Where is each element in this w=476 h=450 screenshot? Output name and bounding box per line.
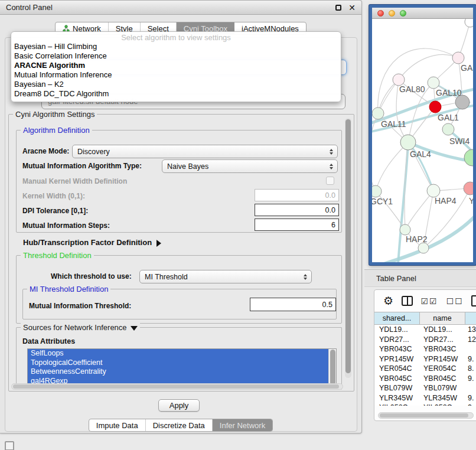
network-view-window[interactable]: GAL7GAL80GAL10GAL1GAL11SWI4GAL4GCY1HAP4Y…: [369, 5, 476, 265]
column-header-shared-name[interactable]: shared...: [374, 312, 420, 324]
network-edge: [372, 80, 399, 191]
settings-horizontal-scrollbar[interactable]: [11, 383, 343, 390]
table-cell: YBL079W: [420, 383, 465, 393]
kernel-width-input[interactable]: 0.0: [255, 189, 339, 201]
close-icon[interactable]: ✕: [348, 5, 356, 11]
aracne-mode-label: Aracne Mode:: [22, 147, 69, 155]
zoom-traffic-light[interactable]: [400, 10, 406, 17]
network-node[interactable]: [372, 107, 384, 119]
mi-type-select[interactable]: Naive Bayes: [162, 159, 338, 173]
minimize-traffic-light[interactable]: [389, 10, 395, 17]
tab-impute-data[interactable]: Impute Data: [89, 419, 146, 431]
network-node[interactable]: [400, 135, 416, 150]
kernel-width-label: Kernel Width (0,1):: [22, 192, 85, 200]
table-cell: [465, 344, 476, 354]
apply-button[interactable]: Apply: [158, 399, 200, 412]
tab-infer-network[interactable]: Infer Network: [213, 419, 272, 431]
table-row[interactable]: YIL052CYIL052C9.: [374, 403, 476, 406]
group-title: Algorithm Definition: [21, 126, 92, 135]
network-node-label-gal80: GAL80: [399, 84, 425, 94]
data-attribute-option-topologicalcoefficient[interactable]: TopologicalCoefficient: [28, 358, 328, 368]
manual-kernel-checkbox[interactable]: [326, 177, 334, 185]
network-node-label-gal10: GAL10: [436, 88, 462, 97]
table-horizontal-scrollbar[interactable]: [378, 412, 474, 419]
algorithm-option-bayesian-k2[interactable]: Bayesian – K2: [11, 80, 341, 89]
sources-title: Sources for Network Inference: [23, 323, 127, 332]
network-canvas[interactable]: GAL7GAL80GAL10GAL1GAL11SWI4GAL4GCY1HAP4Y…: [372, 19, 473, 265]
algorithm-option-mutual-information-inference[interactable]: Mutual Information Inference: [11, 70, 341, 80]
mi-threshold-input[interactable]: 0.5: [250, 298, 336, 311]
algorithm-option-basic-correlation-inference[interactable]: Basic Correlation Inference: [11, 51, 341, 61]
data-attribute-option-selfloops[interactable]: SelfLoops: [28, 349, 328, 358]
group-title: Threshold Definition: [21, 251, 94, 260]
float-panel-icon[interactable]: [335, 5, 341, 11]
panel-title: Control Panel: [6, 3, 53, 12]
table-row[interactable]: YER054CYER054C8.: [374, 364, 476, 374]
column-header-cut[interactable]: [465, 312, 476, 324]
gear-icon[interactable]: ⚙: [383, 294, 393, 308]
sources-title-toggle[interactable]: Sources for Network Inference: [21, 323, 140, 332]
network-node[interactable]: [464, 149, 473, 166]
dpi-tolerance-label: DPI Tolerance [0,1]:: [22, 207, 88, 215]
aracne-mode-select[interactable]: Discovery: [72, 145, 338, 158]
table-row[interactable]: YBR045CYBR045C9.: [374, 374, 476, 384]
which-threshold-select[interactable]: MI Threshold: [139, 270, 312, 283]
network-node[interactable]: [464, 182, 473, 195]
network-node[interactable]: [428, 77, 439, 89]
table-cell: YLR345W: [374, 393, 420, 403]
network-edge: [378, 48, 458, 113]
tab-discretize-data[interactable]: Discretize Data: [146, 419, 213, 431]
minimized-panel-icon[interactable]: [5, 441, 14, 450]
table-cell: [465, 383, 476, 393]
data-attributes-list[interactable]: SelfLoopsTopologicalCoefficientBetweenne…: [27, 348, 337, 386]
node-table: ⚙ ☑☑ ☐☐ shared... name YDL19...YDL19...1…: [374, 289, 476, 421]
table-cell: YBL079W: [374, 383, 420, 393]
network-node[interactable]: [442, 123, 454, 135]
which-threshold-value: MI Threshold: [145, 273, 302, 281]
table-cell: 9.: [465, 393, 476, 403]
network-node[interactable]: [452, 52, 464, 64]
algorithm-option-dream8-dc-tdc-algorithm[interactable]: Dream8 DC_TDC Algorithm: [11, 89, 341, 99]
column-layout-icon[interactable]: [402, 296, 413, 306]
network-node[interactable]: [427, 184, 440, 197]
mi-threshold-label: Mutual Information Threshold:: [29, 302, 131, 310]
mi-steps-input[interactable]: 6: [255, 219, 339, 231]
which-threshold-label: Which threshold to use:: [51, 272, 132, 281]
select-all-checks-icon[interactable]: ☑☑: [421, 296, 438, 306]
table-panel-header: Table Panel: [364, 269, 476, 287]
network-node[interactable]: [393, 74, 405, 86]
hub-definition-toggle[interactable]: Hub/Transcription Factor Definition: [23, 238, 161, 247]
algorithm-option-bayesian-hill-climbing[interactable]: Bayesian – Hill Climbing: [11, 42, 341, 51]
network-edge: [376, 142, 408, 191]
deselect-all-checks-icon[interactable]: ☐☐: [446, 296, 464, 306]
table-cell: YER054C: [420, 364, 465, 374]
network-node-label-gal11: GAL11: [381, 119, 406, 129]
table-row[interactable]: YDR27...YDR27...12: [374, 335, 476, 345]
data-attribute-option-betweennesscentrality[interactable]: BetweennessCentrality: [28, 367, 328, 377]
hub-definition-label: Hub/Transcription Factor Definition: [23, 238, 152, 247]
network-node[interactable]: [418, 243, 429, 253]
algorithm-option-aracne-algorithm[interactable]: ARACNE Algorithm: [11, 61, 341, 70]
mi-threshold-definition-group: MI Threshold Definition Mutual Informati…: [22, 289, 337, 319]
export-table-icon[interactable]: [471, 295, 476, 306]
network-node[interactable]: [372, 185, 382, 197]
table-cell: YDR27...: [420, 335, 465, 345]
table-row[interactable]: YBL079WYBL079W: [374, 383, 476, 393]
settings-vertical-scrollbar[interactable]: [345, 118, 351, 378]
table-row[interactable]: YLR345WYLR345W9.: [374, 393, 476, 403]
combo-arrows-icon: [302, 274, 311, 280]
network-node[interactable]: [465, 19, 473, 27]
cyni-algorithm-settings-group: Cyni Algorithm Settings Algorithm Defini…: [8, 114, 354, 392]
column-header-name[interactable]: name: [420, 312, 465, 324]
network-node[interactable]: [429, 101, 441, 113]
close-traffic-light[interactable]: [377, 10, 384, 17]
table-row[interactable]: YDL19...YDL19...13: [374, 325, 476, 335]
dpi-tolerance-input[interactable]: 0.0: [255, 204, 339, 216]
network-node[interactable]: [400, 224, 410, 235]
collapsed-arrow-icon: [157, 240, 161, 247]
table-cell: YPR145W: [420, 354, 465, 364]
table-row[interactable]: YPR145WYPR145W9.: [374, 354, 476, 364]
table-cell: YDL19...: [374, 325, 420, 335]
table-row[interactable]: YBR043CYBR043C: [374, 344, 476, 354]
list-scrollbar[interactable]: [328, 349, 336, 386]
